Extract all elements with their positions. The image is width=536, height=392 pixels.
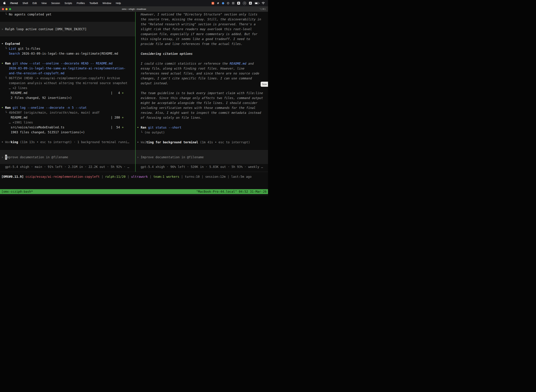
minimize-button[interactable]	[5, 8, 8, 10]
gauge-icon[interactable]: .61	[243, 2, 246, 5]
menu-item-shell[interactable]: Shell	[20, 0, 30, 6]
text-segment	[137, 52, 141, 56]
text-segment: including verification notes with those …	[137, 106, 255, 110]
text-segment: this single essay, it seems like a good …	[137, 37, 250, 41]
left-model-status-line: gpt-5.4 xhigh · main · 91% left · 2.31M …	[0, 164, 135, 172]
text-segment: and	[246, 62, 254, 65]
text-segment: └	[1, 111, 9, 114]
text-segment: No agents completed yet	[9, 13, 51, 16]
apple-menu[interactable]	[1, 1, 8, 5]
terminal-line: └ List git ls-files	[0, 46, 135, 51]
omx-status-area: [OMX#0.11.9] cczip/essay/ai-reimplementa…	[0, 172, 268, 189]
menubar-status-icons: #8.61A	[211, 2, 267, 5]
dots-grid-icon[interactable]	[232, 2, 234, 5]
left-pane[interactable]: └ No agents completed yet› Ralph loop ac…	[0, 12, 135, 172]
text-segment: of focusing solely on file lines.	[137, 116, 202, 119]
text-segment: … +1901 lines	[1, 121, 33, 124]
left-prompt-input[interactable]: › Improve documentation in @filename	[0, 150, 135, 164]
text-segment	[146, 126, 148, 129]
screen-recording-indicator[interactable]	[211, 2, 214, 5]
battery-icon[interactable]	[255, 2, 259, 4]
menu-item-toolbelt[interactable]: Toolbelt	[87, 0, 100, 6]
text-segment: •	[137, 126, 141, 129]
text-segment: +	[122, 116, 124, 119]
terminal-line: review. Also, I might want to inspect th…	[136, 110, 268, 115]
terminal-line: slight risk that future readers may over…	[136, 27, 268, 32]
grid-app-icon[interactable]: #	[217, 2, 219, 5]
numpad-icon[interactable]: 8	[237, 2, 240, 5]
text-segment: changes, I can't cite specific file line…	[137, 77, 252, 80]
screenshot-notification[interactable]: Scre	[261, 82, 268, 87]
window-titlebar[interactable]: omx --xhigh --madmax ⌥⌘1	[0, 6, 268, 12]
terminal-line: • Working (11m 13s • esc to interrupt) ·…	[0, 140, 135, 145]
text-segment: Ran	[5, 106, 11, 109]
menu-item-profiles[interactable]: Profiles	[74, 0, 87, 6]
text-segment: Ran	[5, 62, 11, 65]
terminal-line: the source tree, missing the essay. Stil…	[136, 17, 268, 22]
text-segment: review. Also, I might want to inspect th…	[137, 111, 261, 115]
right-pane[interactable]: However, I noticed the "Directory Struct…	[136, 12, 268, 172]
text-segment	[1, 52, 9, 55]
menu-item-scripts[interactable]: Scripts	[62, 0, 74, 6]
ring-app-icon[interactable]	[227, 2, 229, 4]
terminal-line: output instead.	[136, 81, 268, 86]
text-segment	[11, 106, 13, 109]
screen: iTerm2ShellEditViewSessionScriptsProfile…	[0, 0, 268, 196]
menu-item-iterm2[interactable]: iTerm2	[8, 0, 20, 6]
text-segment	[1, 71, 9, 75]
terminal-line: provide file and line references from th…	[136, 42, 268, 46]
right-model-status-line: gpt-5.4 xhigh · 96% left · 520K in · 5.8…	[136, 164, 268, 172]
text-segment: companion file, especially if more comme…	[137, 32, 258, 36]
text-segment: might be acceptable alongside the file l…	[137, 101, 258, 105]
terminal-line: README.md | 280 +	[0, 115, 135, 120]
wifi-icon[interactable]	[262, 2, 265, 5]
text-segment: Considering citation options	[141, 52, 192, 56]
text-segment: companion analysis without altering the …	[1, 81, 127, 85]
right-prompt-input[interactable]: › Improve documentation in @filename	[136, 150, 268, 164]
text-segment: Wor	[5, 140, 11, 144]
terminal-line: the "Related research writing" section i…	[136, 22, 268, 27]
text-segment: mprove documentation in @filename	[7, 155, 68, 160]
tmux-window-label[interactable]: [omx-cczip0:bash*	[1, 189, 33, 194]
right-pane-output: However, I noticed the "Directory Struct…	[136, 12, 268, 145]
text-segment: +	[122, 126, 124, 129]
blank-line	[136, 56, 268, 61]
terminal-line: and-the-erosion-of-copyleft.md	[0, 71, 135, 76]
blank-line	[0, 17, 135, 22]
battery-icon-inner	[255, 3, 258, 4]
bottom-filler	[0, 194, 268, 196]
text-segment	[1, 67, 9, 70]
text-segment: └	[137, 131, 144, 134]
text-segment: |	[100, 175, 105, 178]
menu-item-window[interactable]: Window	[100, 0, 114, 6]
text-segment: evidence. Since this change only affects…	[137, 96, 263, 100]
menu-item-help[interactable]: Help	[114, 0, 123, 6]
blue-app-icon[interactable]	[222, 2, 224, 5]
text-segment: gpt-5.4 xhigh · 96% left · 520K in · 5.8…	[137, 165, 263, 169]
terminal-line: … +2 lines	[0, 85, 135, 90]
input-source-icon[interactable]: A	[249, 2, 252, 5]
terminal-line: • Waiting for background terminal (1m 41…	[136, 140, 268, 145]
zoom-button[interactable]	[9, 8, 11, 10]
text-segment: | 280	[111, 116, 122, 119]
text-segment: [OMX#0.11.9]	[1, 175, 24, 178]
text-segment: ›	[137, 155, 141, 160]
menu-item-session[interactable]: Session	[49, 0, 62, 6]
menu-item-edit[interactable]: Edit	[30, 0, 39, 6]
close-button[interactable]	[2, 8, 4, 10]
text-segment: git log --oneline --decorate -n 5 --stat	[13, 106, 86, 109]
terminal-window: └ No agents completed yet› Ralph loop ac…	[0, 12, 268, 196]
terminal-line: • Ran git status --short	[136, 125, 268, 130]
text-segment: Improve documentation in @filename	[141, 155, 204, 160]
text-segment: references need actual files, and since …	[137, 72, 259, 75]
blank-line	[0, 36, 135, 41]
text-segment: Ran	[141, 126, 146, 129]
text-segment: team:1 workers	[153, 175, 179, 178]
text-segment	[11, 62, 13, 65]
text-segment: Explored	[5, 42, 20, 46]
text-segment: output instead.	[137, 81, 168, 85]
blank-line	[0, 135, 135, 140]
text-segment: └	[1, 47, 9, 50]
menu-item-view[interactable]: View	[39, 0, 49, 6]
text-segment: 4b9d30f (origin/main, instructkr/main, m…	[9, 111, 100, 114]
